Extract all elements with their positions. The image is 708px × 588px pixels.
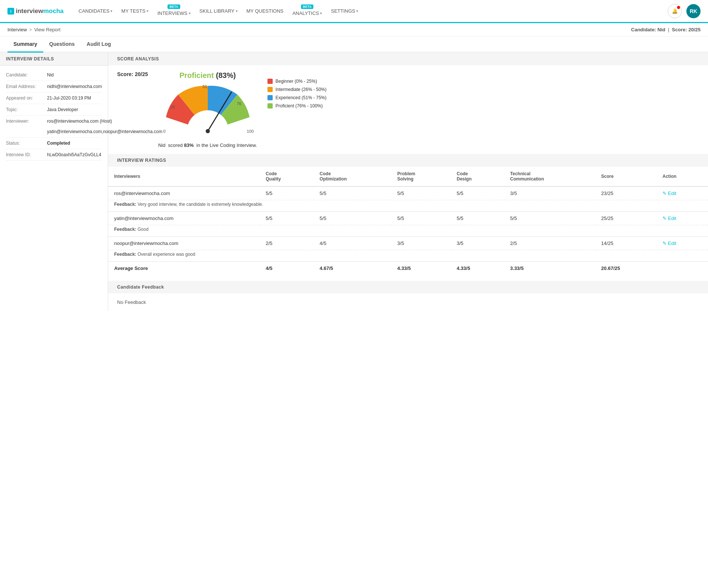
desc-percent: 83%	[184, 142, 194, 148]
no-feedback-text: No Feedback	[108, 293, 708, 311]
percent-text: (83%)	[216, 71, 236, 79]
svg-point-4	[206, 129, 210, 133]
feedback-row: Feedback: Very good interview, the candi…	[108, 200, 708, 212]
cell-6: 20.67/25	[595, 262, 657, 275]
cell-4: 3/5	[451, 237, 504, 250]
nav-chevron-icon: ▾	[356, 9, 358, 13]
legend-proficient-dot	[267, 103, 273, 109]
status-label: Status:	[6, 141, 47, 146]
nav-label: SETTINGS	[331, 8, 355, 14]
nav-item-my-questions[interactable]: MY QUESTIONS	[243, 6, 287, 16]
action-cell: ✎ Edit	[657, 212, 708, 225]
breadcrumb-nav: Interview > View Report	[7, 27, 60, 32]
interview-id-row: Interview ID: hLwD0oaxhi5AaTzGvGLL4	[6, 149, 102, 161]
main-content: INTERVEIW DETAILS Candidate: Nid Email A…	[0, 53, 708, 311]
interviewer-label: Interviewer:	[6, 119, 47, 124]
edit-button[interactable]: ✎ Edit	[662, 191, 702, 196]
topic-label: Topic:	[6, 107, 47, 112]
interview-details-header: INTERVEIW DETAILS	[0, 53, 108, 66]
breadcrumb-separator: >	[29, 27, 32, 32]
cell-1: 5/5	[260, 186, 314, 200]
legend-proficient: Proficient (76% - 100%)	[267, 103, 327, 109]
breadcrumb-interview-link[interactable]: Interview	[7, 27, 27, 32]
interviewer-row: Interviewer: ros@interviewmocha.com (Hos…	[6, 116, 102, 138]
logo: i interviewmocha	[7, 7, 64, 15]
score-left: Score: 20/25	[117, 71, 148, 77]
candidate-label: Candidate:	[631, 27, 656, 32]
candidate-feedback-section: Candidate Feedback No Feedback	[108, 281, 708, 311]
nav-label: INTERVIEWS	[157, 10, 188, 16]
status-row: Status: Completed	[6, 138, 102, 149]
notification-bell[interactable]: 🔔	[668, 4, 682, 18]
cell-0: yatin@interviewmocha.com	[108, 212, 260, 225]
breadcrumb-current: View Report	[34, 27, 61, 32]
action-cell	[657, 262, 708, 275]
nav-chevron-icon: ▾	[189, 11, 191, 15]
nav-chevron-icon: ▾	[110, 9, 112, 13]
score-value: 20/25	[688, 27, 701, 32]
avg-score-row: Average Score4/54.67/54.33/54.33/53.33/5…	[108, 262, 708, 275]
col-technical-communication: TechnicalCommunication	[504, 167, 595, 186]
nav-item-analytics[interactable]: BETAANALYTICS▾	[289, 4, 326, 18]
score-analysis-container: Score: 20/25 Proficient (83%)	[117, 71, 699, 148]
col-interviewers: Interviewers	[108, 167, 260, 186]
ratings-header-row: Interviewers CodeQuality CodeOptimizatio…	[108, 167, 708, 186]
col-code-quality: CodeQuality	[260, 167, 314, 186]
feedback-text: Feedback: Very good interview, the candi…	[108, 200, 708, 212]
topic-value: Java Developer	[47, 107, 102, 112]
right-panel: SCORE ANALYSIS Score: 20/25 Proficient (…	[108, 53, 708, 311]
table-row: yatin@interviewmocha.com5/55/55/55/55/52…	[108, 212, 708, 225]
edit-button[interactable]: ✎ Edit	[662, 240, 702, 246]
appeared-row: Appeared on: 21-Jul-2020 03:19 PM	[6, 92, 102, 104]
tabs: Summary Questions Audit Log	[0, 37, 708, 53]
legend-beginner-label: Beginner (0% - 25%)	[276, 79, 317, 84]
nav-chevron-icon: ▾	[236, 9, 238, 13]
cell-2: 4/5	[314, 237, 391, 250]
logo-text: interviewmocha	[16, 7, 64, 15]
nav-right: 🔔 RK	[668, 4, 701, 18]
svg-text:100: 100	[247, 129, 254, 133]
nav-item-skill-library[interactable]: SKILL LIBRARY▾	[196, 6, 241, 16]
nav-item-my-tests[interactable]: MY TESTS▾	[118, 6, 152, 16]
status-value: Completed	[47, 141, 102, 146]
gauge-description: Nid scored 83% in the Live Coding Interv…	[158, 142, 257, 148]
cell-1: 4/5	[260, 262, 314, 275]
user-avatar[interactable]: RK	[686, 4, 701, 18]
legend: Beginner (0% - 25%) Intermediate (26% - …	[267, 79, 327, 109]
candidate-row: Candidate: Nid	[6, 69, 102, 81]
legend-beginner: Beginner (0% - 25%)	[267, 79, 327, 84]
tab-questions[interactable]: Questions	[43, 37, 81, 53]
candidate-feedback-header: Candidate Feedback	[108, 281, 708, 293]
cell-5: 3.33/5	[504, 262, 595, 275]
svg-text:51: 51	[203, 84, 207, 89]
tab-summary[interactable]: Summary	[7, 37, 43, 53]
cell-6: 23/25	[595, 186, 657, 200]
col-score: Score	[595, 167, 657, 186]
col-code-design: CodeDesign	[451, 167, 504, 186]
navbar: i interviewmocha CANDIDATES▾MY TESTS▾BET…	[0, 0, 708, 23]
cell-4: 5/5	[451, 212, 504, 225]
cell-3: 5/5	[391, 186, 451, 200]
score-analysis-content: Score: 20/25 Proficient (83%)	[108, 65, 708, 154]
legend-experienced: Experienced (51% - 75%)	[267, 95, 327, 100]
cell-1: 5/5	[260, 212, 314, 225]
legend-intermediate: Intermediate (26% - 50%)	[267, 87, 327, 92]
interview-id-label: Interview ID:	[6, 152, 47, 157]
nav-item-settings[interactable]: SETTINGS▾	[327, 6, 362, 16]
breadcrumb-score-info: Candidate: Nid | Score: 20/25	[631, 27, 701, 32]
desc-suffix: in the Live Coding Interview.	[197, 142, 257, 148]
nav-label: ANALYTICS	[292, 10, 319, 16]
nav-item-candidates[interactable]: CANDIDATES▾	[75, 6, 116, 16]
cell-2: 5/5	[314, 186, 391, 200]
col-action: Action	[657, 167, 708, 186]
edit-button[interactable]: ✎ Edit	[662, 216, 702, 221]
feedback-text: Feedback: Overall experience was good	[108, 250, 708, 262]
cell-2: 5/5	[314, 212, 391, 225]
cell-0: Average Score	[108, 262, 260, 275]
col-problem-solving: ProblemSolving	[391, 167, 451, 186]
gauge-container: Proficient (83%)	[156, 71, 260, 148]
appeared-value: 21-Jul-2020 03:19 PM	[47, 95, 102, 101]
candidate-value: Nid	[47, 72, 102, 78]
tab-audit-log[interactable]: Audit Log	[81, 37, 117, 53]
nav-item-interviews[interactable]: BETAINTERVIEWS▾	[154, 4, 194, 18]
